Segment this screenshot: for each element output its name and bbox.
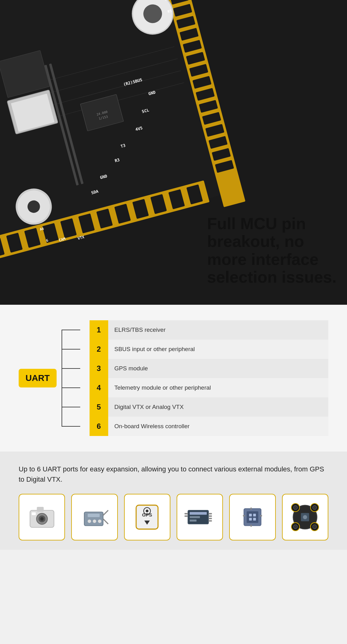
- description-text: Up to 6 UART ports for easy expansion, a…: [19, 464, 328, 484]
- headline-overlay: Full MCU pin breakout, no more interface…: [207, 215, 338, 286]
- svg-point-80: [88, 520, 91, 523]
- svg-rect-102: [249, 518, 252, 521]
- bracket-row-4: [62, 378, 80, 397]
- svg-rect-94: [208, 518, 212, 519]
- uart-row-6: 6 On-board Wireless controller: [90, 417, 328, 436]
- svg-point-116: [312, 525, 317, 529]
- pcb-section: 24.000 1/153 9V GND T5 R5 (R2)SBUS GND S…: [0, 0, 347, 305]
- svg-rect-106: [250, 507, 252, 510]
- svg-line-79: [103, 519, 108, 524]
- icon-digital-vtx: [177, 494, 223, 540]
- svg-rect-75: [32, 512, 36, 515]
- sensor-svg: [235, 500, 270, 534]
- svg-rect-104: [243, 515, 245, 516]
- uart-num-1: 1: [90, 320, 108, 340]
- uart-left: UART: [19, 320, 80, 436]
- svg-point-82: [98, 520, 101, 523]
- svg-rect-105: [260, 515, 262, 516]
- svg-rect-91: [190, 520, 197, 522]
- bracket-row-2: [62, 340, 80, 359]
- svg-text:GPS: GPS: [142, 512, 152, 517]
- uart-row-1: 1 ELRS/TBS receiver: [90, 320, 328, 340]
- svg-point-115: [294, 525, 298, 529]
- uart-desc-2: SBUS input or other peripheral: [108, 340, 328, 359]
- uart-num-3: 3: [90, 359, 108, 378]
- svg-rect-74: [37, 507, 44, 512]
- bracket-row-5: [62, 397, 80, 417]
- svg-rect-89: [190, 512, 207, 515]
- icon-analog-vtx: [71, 494, 118, 540]
- uart-table: 1 ELRS/TBS receiver 2 SBUS input or othe…: [90, 320, 328, 436]
- h-connector-2: [62, 349, 80, 350]
- svg-rect-99: [247, 511, 258, 523]
- camera-svg: [25, 500, 59, 534]
- uart-row-3: 3 GPS module: [90, 359, 328, 378]
- svg-point-81: [93, 520, 96, 523]
- uart-num-5: 5: [90, 397, 108, 417]
- icon-camera: [19, 494, 65, 540]
- icon-gps: GPS: [124, 494, 170, 540]
- uart-bracket-connector: [62, 320, 80, 436]
- h-connector-1: [62, 330, 80, 330]
- bracket-row-1: [62, 320, 80, 340]
- svg-rect-90: [190, 516, 200, 518]
- svg-rect-107: [250, 525, 252, 527]
- svg-rect-95: [208, 520, 212, 521]
- h-connector-5: [62, 407, 80, 407]
- uart-num-6: 6: [90, 417, 108, 436]
- h-connector-4: [62, 387, 80, 388]
- icon-sensor: [229, 494, 275, 540]
- svg-line-78: [103, 510, 108, 516]
- uart-desc-6: On-board Wireless controller: [108, 417, 328, 436]
- uart-num-2: 2: [90, 340, 108, 359]
- svg-rect-77: [88, 514, 100, 517]
- uart-row-5: 5 Digital VTX or Analog VTX: [90, 397, 328, 417]
- analog-vtx-svg: [77, 500, 112, 534]
- uart-desc-5: Digital VTX or Analog VTX: [108, 397, 328, 417]
- svg-rect-97: [184, 516, 188, 517]
- bracket-row-6: [62, 417, 80, 436]
- uart-desc-1: ELRS/TBS receiver: [108, 320, 328, 340]
- svg-rect-101: [253, 514, 256, 517]
- svg-rect-100: [249, 514, 252, 517]
- uart-desc-3: GPS module: [108, 359, 328, 378]
- uart-num-4: 4: [90, 378, 108, 397]
- icon-flight-controller: [282, 494, 328, 540]
- svg-rect-93: [208, 516, 212, 517]
- uart-desc-4: Telemetry module or other peripheral: [108, 378, 328, 397]
- svg-point-73: [40, 517, 44, 521]
- uart-section: UART: [0, 305, 347, 452]
- svg-point-118: [303, 515, 307, 519]
- svg-rect-103: [253, 518, 256, 521]
- uart-row-4: 4 Telemetry module or other peripheral: [90, 378, 328, 397]
- icons-row: GPS: [19, 494, 328, 540]
- description-section: Up to 6 UART ports for easy expansion, a…: [0, 452, 347, 550]
- fc-svg: [288, 500, 322, 534]
- svg-point-114: [312, 506, 317, 510]
- gps-svg: GPS: [130, 500, 164, 534]
- svg-rect-92: [208, 513, 212, 514]
- vertical-bracket-line: [62, 330, 62, 426]
- page-title: Full MCU pin breakout, no more interface…: [207, 215, 338, 286]
- digital-vtx-svg: [183, 500, 217, 534]
- uart-label: UART: [19, 369, 57, 387]
- svg-point-87: [146, 510, 149, 512]
- bracket-row-3: [62, 359, 80, 378]
- uart-row-2: 2 SBUS input or other peripheral: [90, 340, 328, 359]
- h-connector-3: [62, 368, 80, 369]
- h-connector-6: [62, 426, 80, 427]
- svg-point-113: [294, 506, 298, 510]
- svg-rect-96: [184, 513, 188, 514]
